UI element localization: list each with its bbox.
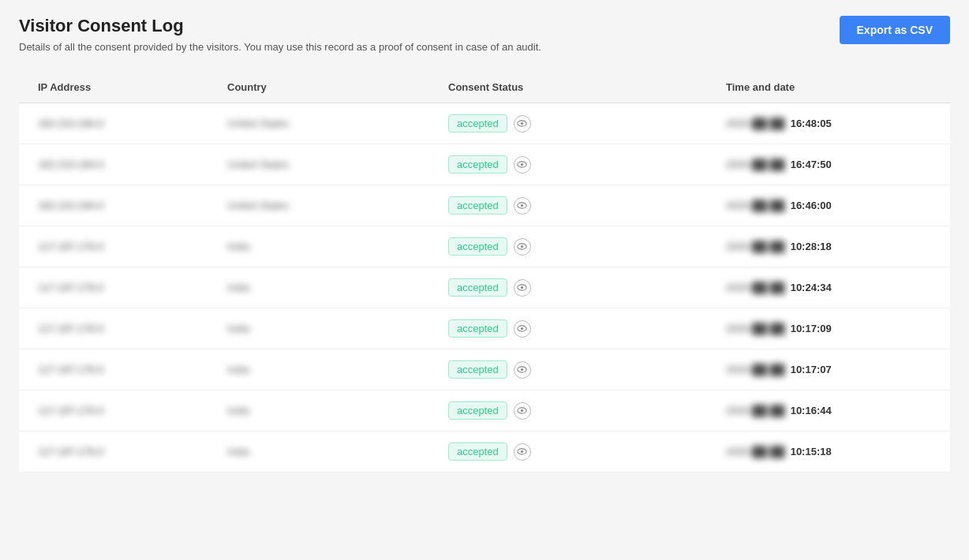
time-value: 10:17:09 <box>791 323 832 334</box>
ip-address-cell: 117.197.176.0 <box>38 446 227 457</box>
country-blurred: India <box>227 282 249 293</box>
col-header-status: Consent Status <box>448 81 726 93</box>
ip-blurred: 162.210.194.0 <box>38 200 103 211</box>
col-header-ip: IP Address <box>38 81 227 93</box>
page-title: Visitor Consent Log <box>19 16 541 36</box>
status-badge: accepted <box>448 196 507 215</box>
status-badge: accepted <box>448 442 507 461</box>
status-badge: accepted <box>448 155 507 174</box>
table-header: IP Address Country Consent Status Time a… <box>19 72 950 103</box>
time-date-cell: 2020-██-██ 10:16:44 <box>726 405 931 416</box>
date-blurred: 2020-██-██ <box>726 364 784 375</box>
view-details-icon[interactable] <box>514 115 531 133</box>
view-details-icon[interactable] <box>514 279 531 297</box>
svg-point-3 <box>521 163 523 166</box>
time-date-cell: 2020-██-██ 10:28:18 <box>726 241 931 252</box>
time-date-cell: 2020-██-██ 10:17:07 <box>726 364 931 375</box>
table-row: 162.210.194.0 United States accepted 202… <box>19 185 950 226</box>
view-details-icon[interactable] <box>514 443 531 461</box>
ip-blurred: 162.210.194.0 <box>38 118 103 129</box>
view-details-icon[interactable] <box>514 320 531 338</box>
ip-address-cell: 162.210.194.0 <box>38 159 227 170</box>
table-row: 117.197.176.0 India accepted 2020-██-██ … <box>19 308 950 349</box>
svg-point-9 <box>521 286 523 289</box>
country-cell: India <box>227 323 448 334</box>
country-cell: United States <box>227 118 448 129</box>
table-row: 117.197.176.0 India accepted 2020-██-██ … <box>19 226 950 267</box>
status-badge: accepted <box>448 319 507 338</box>
ip-address-cell: 162.210.194.0 <box>38 200 227 211</box>
country-blurred: India <box>227 323 249 334</box>
table-row: 162.210.194.0 United States accepted 202… <box>19 144 950 185</box>
time-date-cell: 2020-██-██ 16:46:00 <box>726 200 931 211</box>
time-value: 10:28:18 <box>791 241 832 252</box>
country-cell: India <box>227 364 448 375</box>
country-blurred: United States <box>227 159 289 170</box>
date-blurred: 2020-██-██ <box>726 323 784 334</box>
status-cell: accepted <box>448 114 726 133</box>
ip-blurred: 117.197.176.0 <box>38 405 103 416</box>
time-value: 10:24:34 <box>791 282 832 293</box>
table-row: 117.197.176.0 India accepted 2020-██-██ … <box>19 349 950 390</box>
status-cell: accepted <box>448 278 726 297</box>
table-row: 117.197.176.0 India accepted 2020-██-██ … <box>19 267 950 308</box>
svg-point-17 <box>521 450 523 453</box>
date-blurred: 2020-██-██ <box>726 282 784 293</box>
time-date-cell: 2020-██-██ 10:15:18 <box>726 446 931 457</box>
status-cell: accepted <box>448 155 726 174</box>
time-date-cell: 2020-██-██ 10:17:09 <box>726 323 931 334</box>
ip-blurred: 117.197.176.0 <box>38 364 103 375</box>
table-container: IP Address Country Consent Status Time a… <box>19 72 950 472</box>
date-blurred: 2020-██-██ <box>726 118 784 129</box>
status-badge: accepted <box>448 237 507 256</box>
export-csv-button[interactable]: Export as CSV <box>840 16 950 44</box>
country-cell: India <box>227 241 448 252</box>
time-value: 10:17:07 <box>791 364 832 375</box>
ip-blurred: 117.197.176.0 <box>38 446 103 457</box>
country-blurred: United States <box>227 200 289 211</box>
country-blurred: India <box>227 405 249 416</box>
svg-point-7 <box>521 245 523 248</box>
table-row: 117.197.176.0 India accepted 2020-██-██ … <box>19 390 950 431</box>
svg-point-11 <box>521 327 523 330</box>
ip-blurred: 117.197.176.0 <box>38 282 103 293</box>
page-subtitle: Details of all the consent provided by t… <box>19 41 541 53</box>
date-blurred: 2020-██-██ <box>726 159 784 170</box>
country-blurred: India <box>227 364 249 375</box>
status-cell: accepted <box>448 237 726 256</box>
date-blurred: 2020-██-██ <box>726 200 784 211</box>
view-details-icon[interactable] <box>514 361 531 379</box>
country-cell: United States <box>227 200 448 211</box>
ip-address-cell: 117.197.176.0 <box>38 282 227 293</box>
status-badge: accepted <box>448 401 507 420</box>
ip-blurred: 162.210.194.0 <box>38 159 103 170</box>
status-cell: accepted <box>448 319 726 338</box>
view-details-icon[interactable] <box>514 156 531 174</box>
ip-address-cell: 117.197.176.0 <box>38 364 227 375</box>
country-blurred: United States <box>227 118 289 129</box>
svg-point-13 <box>521 368 523 371</box>
status-badge: accepted <box>448 360 507 379</box>
time-value: 10:15:18 <box>791 446 832 457</box>
header-text: Visitor Consent Log Details of all the c… <box>19 16 541 53</box>
time-date-cell: 2020-██-██ 10:24:34 <box>726 282 931 293</box>
status-cell: accepted <box>448 401 726 420</box>
svg-point-15 <box>521 409 523 412</box>
ip-address-cell: 117.197.176.0 <box>38 405 227 416</box>
table-body: 162.210.194.0 United States accepted 202… <box>19 103 950 472</box>
header-row: Visitor Consent Log Details of all the c… <box>19 16 950 53</box>
page-container: Visitor Consent Log Details of all the c… <box>0 0 969 488</box>
country-cell: India <box>227 405 448 416</box>
country-cell: India <box>227 282 448 293</box>
view-details-icon[interactable] <box>514 197 531 215</box>
date-blurred: 2020-██-██ <box>726 405 784 416</box>
view-details-icon[interactable] <box>514 402 531 420</box>
view-details-icon[interactable] <box>514 238 531 256</box>
date-blurred: 2020-██-██ <box>726 446 784 457</box>
time-value: 10:16:44 <box>791 405 832 416</box>
svg-point-5 <box>521 204 523 207</box>
time-date-cell: 2020-██-██ 16:47:50 <box>726 159 931 170</box>
status-cell: accepted <box>448 442 726 461</box>
time-value: 16:47:50 <box>791 159 832 170</box>
svg-point-1 <box>521 122 523 125</box>
